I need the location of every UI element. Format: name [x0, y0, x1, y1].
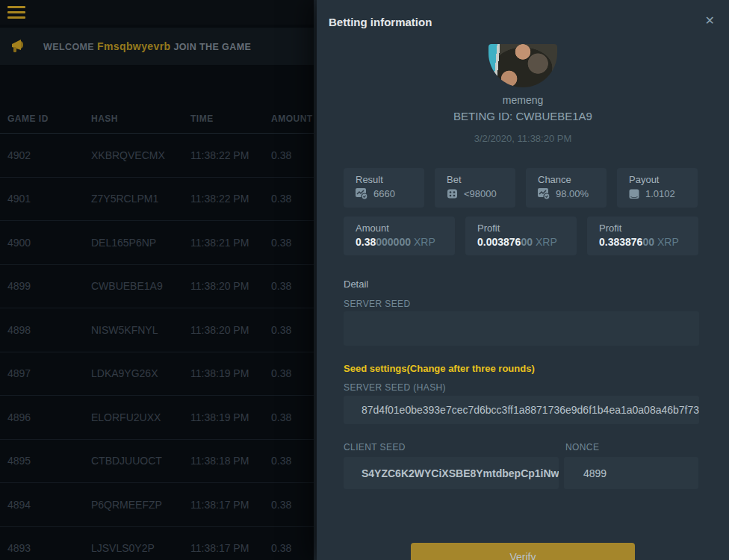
amount-value-pad: 000000 — [376, 236, 411, 248]
column-amount: AMOUNT — [271, 113, 313, 124]
cell-amount: 0.38 — [271, 411, 291, 423]
stat-value: 98.00% — [556, 188, 589, 199]
table-row[interactable]: 4902 XKBRQVECMX 11:38:22 PM 0.38 — [0, 134, 317, 178]
welcome-username: Fmsqbwyevrb — [97, 40, 171, 52]
server-seed-field[interactable] — [344, 311, 699, 346]
user-name: memeng — [317, 94, 729, 106]
stat-card-chance: Chance 98.00% — [526, 168, 607, 208]
column-time: TIME — [190, 113, 214, 124]
cell-hash: P6QRMEEFZP — [91, 499, 162, 511]
cell-amount: 0.38 — [271, 280, 291, 292]
megaphone-icon — [10, 38, 28, 55]
amount-card: Amount 0.38000000XRP — [344, 217, 455, 255]
cell-game-id: 4894 — [7, 499, 31, 511]
cell-time: 11:38:20 PM — [190, 324, 249, 336]
stat-label: Bet — [447, 174, 515, 185]
payout-icon — [629, 189, 640, 199]
cell-amount: 0.38 — [271, 499, 291, 511]
stat-card-bet: Bet <98000 — [435, 168, 515, 208]
dice-icon — [447, 188, 459, 199]
stat-label: Chance — [538, 174, 607, 185]
stat-value: <98000 — [464, 188, 497, 199]
table-row[interactable]: 4893 LJSVLS0Y2P 11:38:17 PM 0.38 — [0, 527, 317, 560]
table-row[interactable]: 4898 NISW5KFNYL 11:38:20 PM 0.38 — [0, 308, 317, 352]
cell-game-id: 4897 — [7, 367, 31, 379]
seed-settings-heading: Seed settings(Change after three rounds) — [344, 363, 535, 374]
cell-hash: ELORFU2UXX — [91, 411, 161, 423]
server-seed-label: SERVER SEED — [344, 299, 411, 309]
cell-game-id: 4895 — [7, 455, 31, 467]
cell-time: 11:38:17 PM — [190, 542, 249, 554]
chart-check-icon — [356, 188, 368, 199]
cell-hash: LJSVLS0Y2P — [91, 542, 155, 554]
game-history-pane: WELCOME Fmsqbwyevrb JOIN THE GAME GAME I… — [0, 0, 317, 560]
table-header: GAME ID HASH TIME AMOUNT — [0, 105, 317, 134]
cell-hash: DEL165P6NP — [91, 237, 156, 249]
cell-time: 11:38:22 PM — [190, 149, 249, 161]
cell-game-id: 4901 — [7, 193, 31, 205]
amount-value: 0.003876 — [477, 236, 521, 248]
table-row[interactable]: 4899 CWBUEBE1A9 11:38:20 PM 0.38 — [0, 265, 317, 309]
amount-cards-row: Amount 0.38000000XRP Profit 0.00387600XR… — [344, 217, 699, 255]
amount-value-pad: 00 — [521, 236, 533, 248]
column-hash: HASH — [91, 113, 118, 124]
amount-label: Amount — [356, 223, 455, 234]
cell-time: 11:38:17 PM — [190, 499, 249, 511]
cell-time: 11:38:21 PM — [190, 237, 249, 249]
cell-time: 11:38:19 PM — [190, 367, 249, 379]
cell-time: 11:38:19 PM — [190, 411, 249, 423]
welcome-banner: WELCOME Fmsqbwyevrb JOIN THE GAME — [0, 28, 317, 65]
server-seed-hash-label: SERVER SEED (HASH) — [344, 382, 446, 393]
welcome-message: WELCOME Fmsqbwyevrb JOIN THE GAME — [43, 40, 251, 52]
cell-time: 11:38:18 PM — [190, 455, 249, 467]
server-seed-hash-field[interactable]: 87d4f01e0be393e7cec7d6bcc3ff1a8871736e9d… — [344, 396, 699, 424]
cell-amount: 0.38 — [271, 193, 291, 205]
cell-amount: 0.38 — [271, 542, 291, 554]
amount-label: Profit — [599, 223, 698, 234]
cell-amount: 0.38 — [271, 324, 291, 336]
table-row[interactable]: 4901 Z7Y5RCLPM1 11:38:22 PM 0.38 — [0, 178, 317, 222]
table-row[interactable]: 4894 P6QRMEEFZP 11:38:17 PM 0.38 — [0, 483, 317, 527]
amount-value: 0.38 — [356, 236, 376, 248]
app-root: WELCOME Fmsqbwyevrb JOIN THE GAME GAME I… — [0, 0, 729, 560]
table-row[interactable]: 4896 ELORFU2UXX 11:38:19 PM 0.38 — [0, 396, 317, 440]
cell-hash: LDKA9YG26X — [91, 367, 158, 379]
menu-icon[interactable] — [7, 6, 25, 19]
profit-card: Profit 0.38387600XRP — [587, 217, 698, 255]
cell-amount: 0.38 — [271, 455, 291, 467]
welcome-suffix: JOIN THE GAME — [173, 42, 251, 52]
cell-hash: NISW5KFNYL — [91, 324, 158, 336]
cell-game-id: 4898 — [7, 324, 31, 336]
bet-datetime: 3/2/2020, 11:38:20 PM — [317, 133, 729, 144]
currency-label: XRP — [414, 236, 435, 248]
currency-label: XRP — [657, 236, 679, 248]
cell-hash: CTBDJUUOCT — [91, 455, 162, 467]
betting-information-modal: Betting information ✕ memeng BETING ID: … — [317, 0, 729, 560]
verify-button[interactable]: Verify — [411, 543, 635, 560]
profit-card: Profit 0.00387600XRP — [465, 217, 577, 255]
cell-game-id: 4893 — [7, 542, 31, 554]
currency-label: XRP — [536, 236, 557, 248]
client-seed-field[interactable]: S4YZC6K2WYCiXSBE8YmtdbepCp1iNwZ — [344, 457, 559, 489]
stat-value: 1.0102 — [645, 188, 675, 199]
cell-hash: Z7Y5RCLPM1 — [91, 193, 158, 205]
table-row[interactable]: 4895 CTBDJUUOCT 11:38:18 PM 0.38 — [0, 440, 317, 484]
table-row[interactable]: 4897 LDKA9YG26X 11:38:19 PM 0.38 — [0, 352, 317, 396]
client-seed-label: CLIENT SEED — [344, 442, 406, 452]
stat-card-result: Result 6660 — [344, 168, 424, 208]
welcome-prefix: WELCOME — [43, 42, 94, 52]
stat-label: Result — [356, 174, 424, 185]
cell-game-id: 4899 — [7, 280, 31, 292]
amount-label: Profit — [477, 223, 577, 234]
stat-value: 6660 — [373, 188, 395, 199]
cell-game-id: 4900 — [7, 237, 31, 249]
nonce-field[interactable]: 4899 — [564, 457, 698, 489]
cell-hash: CWBUEBE1A9 — [91, 280, 163, 292]
betting-id: BETING ID: CWBUEBE1A9 — [317, 110, 729, 122]
cell-time: 11:38:20 PM — [190, 280, 249, 292]
stat-card-payout: Payout 1.0102 — [617, 168, 698, 208]
close-icon[interactable]: ✕ — [705, 15, 715, 27]
amount-value: 0.383876 — [599, 236, 642, 248]
chart-check-icon — [538, 188, 550, 199]
table-row[interactable]: 4900 DEL165P6NP 11:38:21 PM 0.38 — [0, 221, 317, 265]
